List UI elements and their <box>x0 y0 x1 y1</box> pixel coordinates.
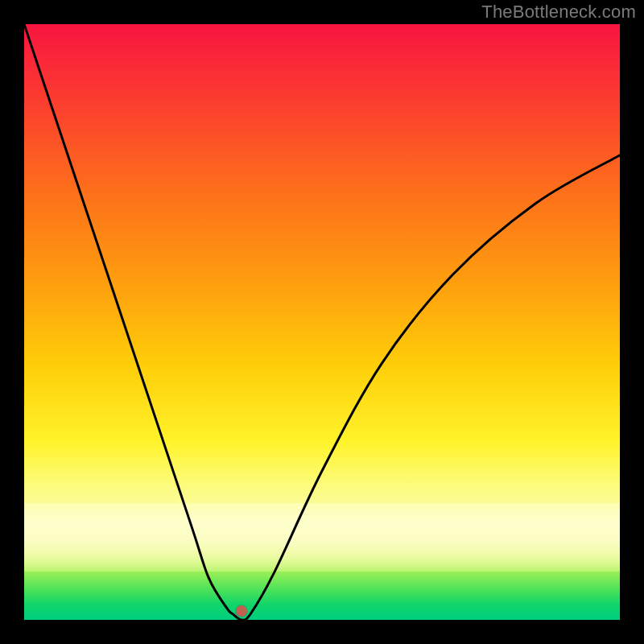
curve-svg <box>24 24 620 620</box>
highlight-band <box>24 503 620 572</box>
watermark-text: TheBottleneck.com <box>481 2 636 23</box>
chart-frame: TheBottleneck.com <box>0 0 644 644</box>
bottleneck-curve <box>24 24 620 620</box>
plot-area <box>24 24 620 620</box>
optimum-marker <box>236 605 247 617</box>
